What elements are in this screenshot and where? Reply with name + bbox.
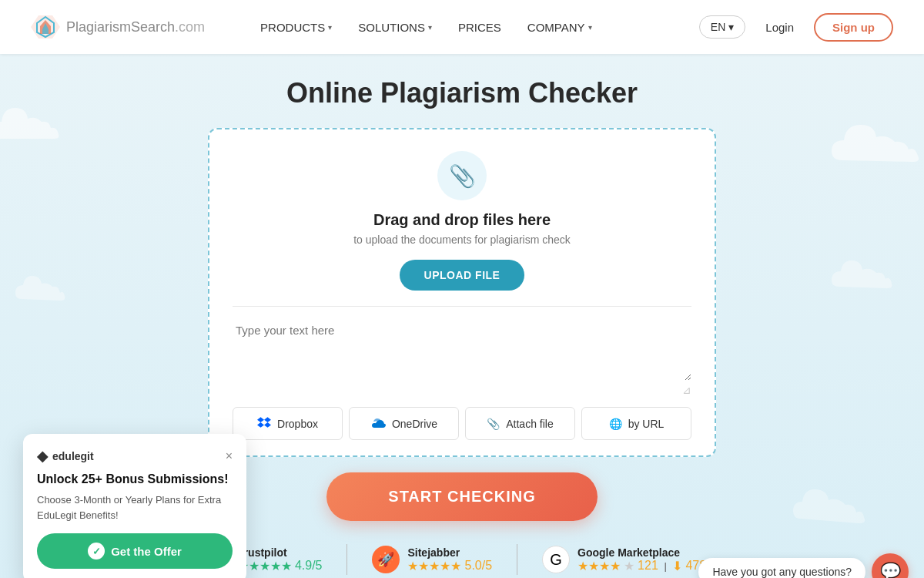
nav-item-company[interactable]: COMPANY ▾ [518, 15, 601, 40]
drop-title: Drag and drop files here [373, 211, 551, 229]
popup-brand: ◆ edulegit [37, 448, 94, 465]
cloud-decoration [15, 270, 77, 307]
signup-button[interactable]: Sign up [814, 13, 893, 42]
drop-subtitle: to upload the documents for plagiarism c… [353, 234, 571, 246]
onedrive-button[interactable]: OneDrive [349, 407, 459, 440]
source-buttons: Dropbox OneDrive 📎 Attach file 🌐 by URL [233, 407, 691, 440]
check-icon: ✓ [88, 543, 105, 560]
paperclip-icon: 📎 [437, 151, 487, 200]
cloud-decoration [832, 116, 924, 173]
chat-widget: Have you got any questions? 💬 [698, 553, 909, 578]
logo-icon [31, 12, 60, 42]
text-input-wrap: ⊿ [233, 319, 691, 396]
drop-area[interactable]: 📎 Drag and drop files here to upload the… [233, 151, 691, 307]
main-background: Online Plagiarism Checker 📎 Drag and dro… [0, 54, 924, 578]
sitejabber-icon: 🚀 [372, 546, 400, 573]
onedrive-icon [370, 417, 386, 430]
nav-item-solutions[interactable]: SOLUTIONS ▾ [349, 15, 441, 40]
by-url-button[interactable]: 🌐 by URL [581, 407, 691, 440]
attach-icon: 📎 [487, 418, 500, 430]
text-input[interactable] [233, 319, 691, 381]
nav-right: EN ▾ Login Sign up [699, 13, 893, 42]
logo[interactable]: PlagiarismSearch.com [31, 12, 205, 42]
google-downloads: ⬇ [672, 559, 682, 573]
navbar: PlagiarismSearch.com PRODUCTS ▾ SOLUTION… [0, 0, 924, 54]
logo-text: PlagiarismSearch.com [66, 19, 205, 35]
nav-item-prices[interactable]: PRICES [449, 15, 511, 40]
cloud-decoration [832, 254, 901, 296]
sitejabber-name: Sitejabber [407, 546, 492, 559]
chevron-down-icon: ▾ [588, 23, 592, 32]
chat-button[interactable]: 💬 [872, 553, 909, 578]
offer-button[interactable]: ✓ Get the Offer [37, 533, 233, 569]
attach-file-button[interactable]: 📎 Attach file [465, 407, 575, 440]
trustpilot-name: Trustpilot [238, 546, 323, 559]
dropbox-icon [257, 415, 271, 432]
url-icon: 🌐 [609, 418, 622, 430]
chat-icon: 💬 [880, 562, 901, 578]
google-icon: G [542, 546, 570, 573]
nav-links: PRODUCTS ▾ SOLUTIONS ▾ PRICES COMPANY ▾ [251, 15, 699, 40]
edulegit-icon: ◆ [37, 448, 48, 465]
cloud-decoration [0, 100, 85, 150]
chevron-down-icon: ▾ [428, 23, 432, 32]
chevron-down-icon: ▾ [728, 21, 734, 33]
popup-header: ◆ edulegit × [37, 448, 233, 465]
upload-box: 📎 Drag and drop files here to upload the… [208, 128, 716, 457]
dropbox-button[interactable]: Dropbox [233, 407, 343, 440]
trust-item-sitejabber: 🚀 Sitejabber ★★★★★ 5.0/5 [347, 546, 517, 573]
page-title: Online Plagiarism Checker [15, 77, 909, 109]
chevron-down-icon: ▾ [328, 23, 332, 32]
login-button[interactable]: Login [758, 16, 802, 39]
start-checking-button[interactable]: START CHECKING [326, 472, 597, 521]
sitejabber-rating: ★★★★★ 5.0/5 [407, 559, 492, 573]
trustpilot-rating: ★★★★★ 4.9/5 [238, 559, 323, 573]
popup-title: Unlock 25+ Bonus Submissions! [37, 472, 233, 486]
popup-desc: Choose 3-Month or Yearly Plans for Extra… [37, 492, 233, 523]
resize-handle-icon: ⊿ [682, 384, 691, 396]
chat-bubble: Have you got any questions? [698, 558, 865, 578]
popup: ◆ edulegit × Unlock 25+ Bonus Submission… [23, 434, 246, 578]
upload-file-button[interactable]: UPLOAD FILE [400, 260, 525, 291]
popup-close-button[interactable]: × [226, 450, 233, 462]
nav-item-products[interactable]: PRODUCTS ▾ [251, 15, 341, 40]
language-selector[interactable]: EN ▾ [699, 15, 745, 39]
